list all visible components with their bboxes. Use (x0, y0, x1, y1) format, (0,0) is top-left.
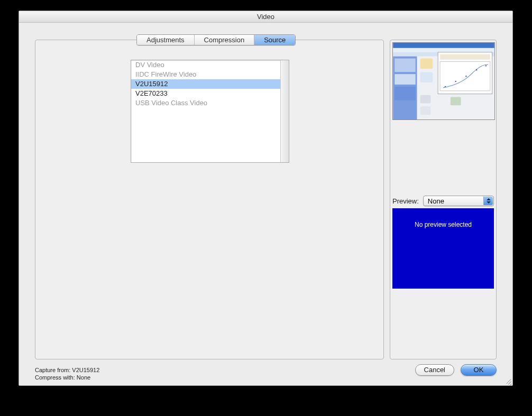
svg-rect-9 (440, 54, 490, 60)
ok-button[interactable]: OK (461, 364, 497, 376)
source-item-iidc-firewire: IIDC FireWire Video (131, 70, 280, 79)
tab-compression[interactable]: Compression (195, 35, 255, 45)
svg-point-12 (455, 81, 456, 82)
svg-rect-0 (393, 43, 494, 48)
preview-select[interactable]: None (423, 196, 494, 206)
source-listbox[interactable]: DV Video IIDC FireWire Video V2U15912 V2… (131, 60, 289, 163)
svg-point-15 (485, 65, 487, 66)
svg-rect-1 (393, 48, 494, 52)
capture-from-label: Capture from: (35, 367, 70, 373)
resize-grip-icon[interactable] (504, 377, 511, 384)
svg-rect-19 (451, 97, 461, 106)
source-list-scrollbar[interactable] (280, 60, 289, 162)
preview-label: Preview: (392, 197, 419, 205)
compress-with-label: Compress with: (35, 374, 75, 381)
preview-panel: Preview: None No preview selected (390, 40, 497, 359)
svg-rect-6 (395, 87, 415, 100)
svg-point-13 (465, 76, 466, 77)
svg-rect-20 (420, 106, 431, 115)
svg-rect-4 (395, 59, 415, 72)
preview-thumbnail (392, 42, 495, 120)
source-item-dv-video: DV Video (131, 60, 280, 70)
svg-rect-17 (420, 72, 433, 82)
svg-rect-5 (395, 74, 415, 85)
footer-buttons: Cancel OK (415, 364, 497, 376)
video-settings-dialog: Video DV Video IIDC FireWire Video V2U15… (19, 11, 513, 386)
svg-rect-10 (440, 62, 490, 91)
dialog-content: DV Video IIDC FireWire Video V2U15912 V2… (19, 23, 512, 385)
capture-from-value: V2U15912 (72, 367, 99, 373)
source-item-v2u15912[interactable]: V2U15912 (131, 79, 280, 89)
tab-bar: Adjustments Compression Source (136, 34, 296, 45)
svg-point-11 (445, 86, 446, 87)
cancel-button[interactable]: Cancel (415, 364, 454, 376)
thumbnail-graphic-icon (393, 43, 494, 119)
compress-with-line: Compress with: None (35, 374, 99, 381)
main-panel: DV Video IIDC FireWire Video V2U15912 V2… (35, 40, 384, 359)
source-item-v2e70233[interactable]: V2E70233 (131, 89, 280, 98)
preview-select-row: Preview: None (392, 196, 494, 206)
source-item-usb-video-class: USB Video Class Video (131, 98, 280, 108)
capture-from-line: Capture from: V2U15912 (35, 366, 99, 374)
preview-select-stepper-icon[interactable] (483, 197, 493, 205)
footer-info: Capture from: V2U15912 Compress with: No… (35, 366, 99, 381)
svg-rect-16 (420, 59, 433, 69)
preview-placeholder-text: No preview selected (415, 221, 472, 228)
preview-area: No preview selected (392, 208, 494, 289)
preview-select-value: None (428, 197, 444, 205)
svg-point-14 (476, 69, 477, 70)
tab-adjustments[interactable]: Adjustments (137, 35, 195, 45)
source-list-items: DV Video IIDC FireWire Video V2U15912 V2… (131, 60, 280, 162)
compress-with-value: None (77, 374, 90, 381)
svg-rect-18 (420, 95, 431, 104)
window-title: Video (19, 11, 512, 23)
tab-source[interactable]: Source (254, 35, 295, 45)
